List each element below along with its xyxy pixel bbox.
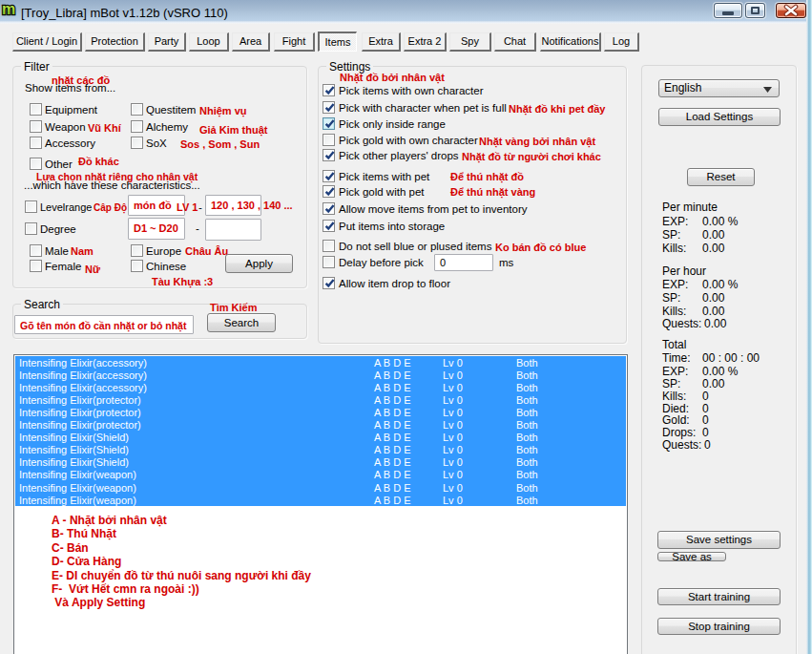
svg-text:m: m — [2, 1, 15, 17]
